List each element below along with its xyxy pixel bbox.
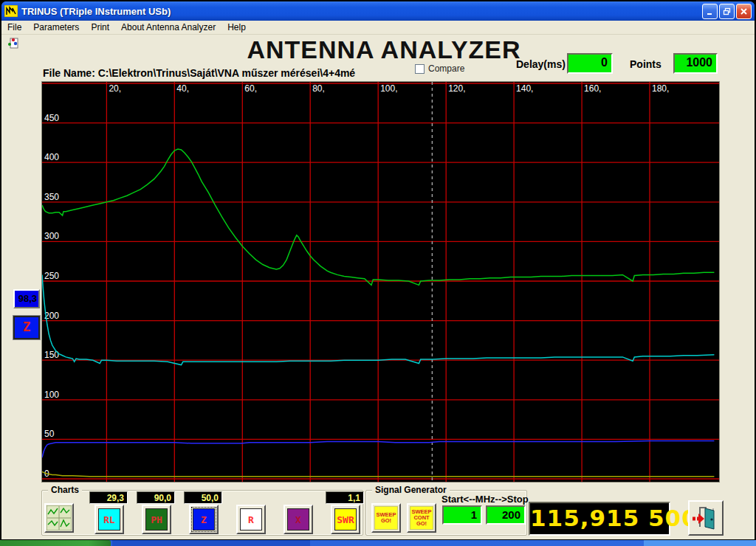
file-name-label: File Name: (43, 67, 95, 79)
y-tick-label: 300 (44, 231, 59, 241)
title-bar[interactable]: TRINUS (TRiple INstrument USb) (1, 1, 755, 21)
y-tick-label: 400 (44, 152, 59, 162)
window-title: TRINUS (TRiple INstrument USb) (21, 6, 701, 17)
delay-field[interactable]: 0 (567, 53, 613, 74)
x-tick-label: 120, (448, 83, 465, 94)
swr-chart-button[interactable]: SWR (331, 505, 360, 534)
menu-item-help[interactable]: Help (221, 21, 252, 34)
frequency-display: 115,915 500 (529, 502, 670, 536)
mini-charts-icon (47, 505, 72, 531)
menu-item-parameters[interactable]: Parameters (27, 21, 85, 34)
y-tick-label: 50 (44, 429, 55, 439)
x-chart-button[interactable]: X (284, 505, 313, 534)
toolbar-doc-icon[interactable] (7, 37, 19, 50)
x-chart-button-label: X (287, 508, 309, 531)
signal-generator-label: Signal Generator (372, 485, 450, 495)
menu-bar: FileParametersPrintAbout Antenna Analyze… (1, 21, 755, 35)
z-chart-button-label: Z (193, 508, 215, 531)
x-tick-label: 160, (584, 83, 601, 94)
plot-background (42, 82, 719, 482)
exit-button[interactable] (688, 500, 724, 536)
ph-chart-button[interactable]: PH (142, 505, 171, 534)
chart-area[interactable]: 45040035030025020015010050020,40,60,80,1… (41, 81, 720, 483)
taskbar-task-button[interactable] (112, 540, 310, 546)
swr-value-box: 1,1 (326, 491, 364, 504)
page-title: ANTENNA ANALYZER (236, 35, 532, 64)
app-window: TRINUS (TRiple INstrument USb) FileParam… (1, 1, 755, 539)
system-tray (644, 540, 756, 546)
compare-control[interactable]: Compare (415, 63, 464, 74)
r-chart-button[interactable]: R (236, 505, 266, 534)
y-tick-label: 350 (44, 192, 59, 202)
delay-label: Delay(ms) (516, 58, 566, 70)
marker-z-button[interactable]: Z (13, 316, 40, 339)
start-stop-label: Start<--MHz-->Stop (441, 494, 527, 505)
close-button[interactable] (736, 4, 752, 19)
x-tick-label: 80, (312, 83, 325, 94)
file-name-path: C:\Elektron\Trinus\Saját\VNA műszer méré… (98, 67, 355, 79)
sweep-go-button[interactable]: SWEEP GO! (371, 503, 401, 533)
sweep-cont-go-button[interactable]: SWEEP CONT GO! (407, 503, 436, 533)
rl-value-box: 29,3 (89, 491, 128, 504)
menu-item-file[interactable]: File (1, 21, 27, 34)
x-tick-label: 140, (516, 83, 533, 94)
compare-checkbox[interactable] (415, 64, 425, 74)
charts-group-label: Charts (48, 485, 82, 495)
points-field[interactable]: 1000 (673, 53, 718, 74)
y-tick-label: 450 (44, 113, 59, 123)
restore-button[interactable] (719, 4, 735, 19)
stop-mhz-field[interactable]: 200 (486, 505, 526, 525)
ph-value-box: 90,0 (137, 491, 175, 504)
x-tick-label: 180, (652, 83, 669, 94)
taskbar[interactable] (0, 540, 756, 546)
x-tick-label: 100, (380, 83, 397, 94)
start-mhz-field[interactable]: 1 (442, 505, 482, 525)
y-tick-label: 100 (44, 390, 59, 400)
minimize-button[interactable] (702, 4, 718, 19)
sweep-cont-go-label: SWEEP CONT GO! (410, 506, 433, 530)
compare-label: Compare (428, 63, 464, 74)
exit-door-icon (692, 504, 720, 532)
z-value-box: 50,0 (184, 491, 222, 504)
z-chart-button[interactable]: Z (189, 505, 219, 534)
x-tick-label: 20, (109, 83, 121, 94)
x-tick-label: 40, (176, 83, 189, 94)
start-button[interactable] (0, 540, 111, 546)
app-icon (4, 5, 18, 17)
swr-chart-button-label: SWR (334, 508, 357, 531)
menu-item-print[interactable]: Print (85, 21, 115, 34)
charts-overview-button[interactable] (44, 503, 74, 533)
ph-chart-button-label: PH (145, 508, 168, 531)
r-chart-button-label: R (240, 508, 262, 531)
sweep-go-label: SWEEP GO! (374, 506, 398, 530)
x-tick-label: 60, (244, 83, 257, 94)
points-label: Points (630, 58, 662, 70)
rl-chart-button[interactable]: RL (94, 505, 124, 534)
marker-value-box: 98,3 (13, 289, 40, 308)
file-name-row: File Name: C:\Elektron\Trinus\Saját\VNA … (43, 67, 399, 79)
y-tick-label: 250 (44, 271, 59, 281)
rl-chart-button-label: RL (98, 508, 120, 531)
menu-item-about-antenna-analyzer[interactable]: About Antenna Analyzer (115, 21, 221, 34)
